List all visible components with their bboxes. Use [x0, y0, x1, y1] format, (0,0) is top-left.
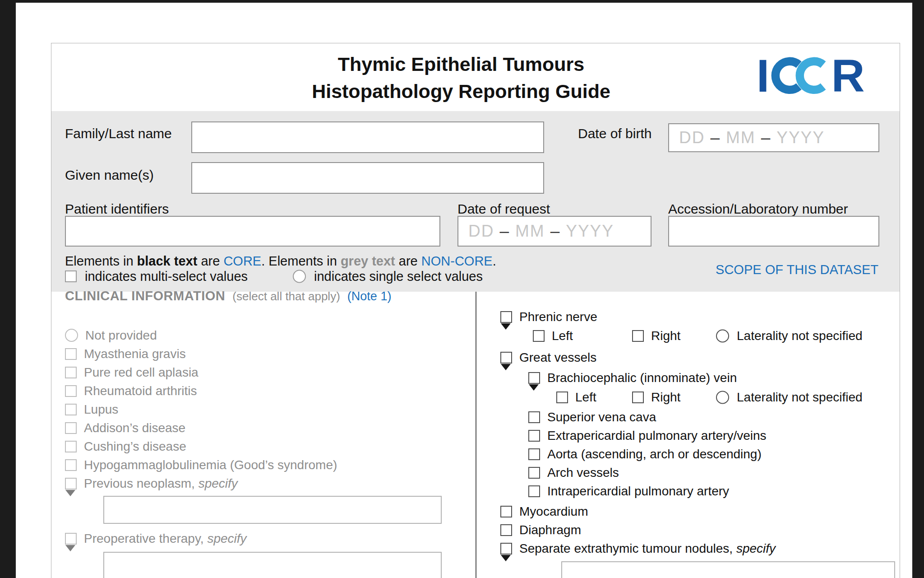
dob-input[interactable]: DD–MM–YYYY: [668, 123, 879, 152]
multi-select-label: indicates multi-select values: [85, 269, 248, 284]
brachiocephalic-laterality-not-specified-radio[interactable]: [716, 391, 729, 404]
phrenic-left-checkbox[interactable]: [533, 330, 545, 342]
clinical-information-section: CLINICAL INFORMATION (select all that ap…: [65, 289, 467, 578]
extrapericardial-pulmonary-checkbox[interactable]: [528, 430, 540, 442]
list-item: Myasthenia gravis: [65, 345, 467, 363]
column-divider: [476, 292, 476, 578]
list-item: Hypogammaglobulinemia (Good’s syndrome): [65, 456, 467, 474]
specify-text: specify: [736, 541, 776, 555]
separate-nodules-checkbox[interactable]: [500, 543, 512, 555]
list-item: Diaphragm: [500, 521, 897, 539]
superior-vena-cava-checkbox[interactable]: [528, 411, 540, 423]
legend-text: . Elements in: [261, 254, 341, 268]
expand-arrow-icon: [501, 555, 511, 561]
list-item: Superior vena cava: [528, 408, 897, 426]
list-item: Cushing’s disease: [65, 437, 467, 456]
given-names-input[interactable]: [191, 162, 544, 194]
date-separator: –: [756, 128, 777, 147]
accession-number-label: Accession/Laboratory number: [668, 201, 848, 217]
left-label: Left: [552, 329, 573, 343]
separate-nodules-specify-input[interactable]: [561, 561, 895, 578]
separate-nodules-label: Separate extrathymic tumour nodules, spe…: [519, 541, 776, 556]
non-core-link[interactable]: NON-CORE: [421, 254, 493, 268]
select-legend: indicates multi-select values indicates …: [65, 268, 606, 284]
expand-arrow-icon: [65, 490, 75, 496]
extrapericardial-pulmonary-label: Extrapericardial pulmonary artery/veins: [547, 429, 767, 443]
arch-vessels-checkbox[interactable]: [528, 467, 540, 479]
preoperative-therapy-label: Preoperative therapy, specify: [84, 531, 247, 546]
core-link[interactable]: CORE: [223, 254, 261, 268]
hypogammaglobulinemia-checkbox[interactable]: [65, 459, 77, 471]
preoperative-therapy-text: Preoperative therapy,: [84, 531, 207, 545]
pure-red-cell-aplasia-checkbox[interactable]: [65, 367, 77, 378]
accession-number-input[interactable]: [668, 216, 879, 247]
given-names-label: Given name(s): [65, 168, 154, 183]
legend-black-text: black text: [137, 254, 198, 268]
aorta-checkbox[interactable]: [528, 448, 540, 460]
not-provided-radio[interactable]: [65, 329, 78, 342]
separate-nodules-text: Separate extrathymic tumour nodules,: [519, 541, 736, 555]
preoperative-therapy-specify-input[interactable]: [103, 552, 442, 578]
rheumatoid-arthritis-checkbox[interactable]: [65, 385, 77, 397]
select-all-note: (select all that apply): [232, 289, 340, 303]
phrenic-nerve-checkbox[interactable]: [500, 311, 512, 323]
list-item: Preoperative therapy, specify: [65, 529, 467, 548]
clinical-information-items: Not provided Myasthenia gravis Pure red …: [65, 326, 467, 578]
patient-identifiers-input[interactable]: [65, 216, 440, 247]
family-name-input[interactable]: [191, 121, 544, 153]
great-vessels-label: Great vessels: [519, 350, 596, 365]
date-separator: –: [494, 222, 515, 241]
brachiocephalic-left-checkbox[interactable]: [556, 392, 568, 403]
diaphragm-checkbox[interactable]: [500, 524, 512, 536]
list-item: Brachiocephalic (innominate) vein: [528, 368, 897, 387]
myasthenia-gravis-checkbox[interactable]: [65, 348, 77, 360]
brachiocephalic-right-checkbox[interactable]: [632, 392, 644, 403]
left-label: Left: [575, 390, 596, 405]
myocardium-checkbox[interactable]: [500, 506, 512, 517]
phrenic-laterality-not-specified-radio[interactable]: [716, 329, 729, 342]
aorta-label: Aorta (ascending, arch or descending): [547, 447, 762, 461]
pure-red-cell-aplasia-label: Pure red cell aplasia: [84, 365, 199, 380]
date-of-request-input[interactable]: DD–MM–YYYY: [457, 216, 651, 247]
reporting-form: Thymic Epithelial Tumours Histopathology…: [51, 43, 900, 578]
brachiocephalic-vein-checkbox[interactable]: [528, 372, 540, 384]
great-vessels-checkbox[interactable]: [500, 352, 512, 364]
patient-identifiers-label: Patient identifiers: [65, 201, 169, 217]
myasthenia-gravis-label: Myasthenia gravis: [84, 347, 186, 361]
rheumatoid-arthritis-label: Rheumatoid arthritis: [84, 384, 197, 398]
svg-text:I: I: [757, 54, 770, 98]
scope-of-dataset-link[interactable]: SCOPE OF THIS DATASET: [716, 262, 878, 277]
intrapericardial-pulmonary-checkbox[interactable]: [528, 485, 540, 497]
clinical-information-heading: CLINICAL INFORMATION (select all that ap…: [65, 289, 467, 303]
list-item: Lupus: [65, 400, 467, 419]
list-item: Extrapericardial pulmonary artery/veins: [528, 426, 897, 445]
request-yyyy-placeholder: YYYY: [566, 222, 614, 241]
multi-select-checkbox-icon: [65, 270, 77, 282]
legend-grey-text: grey text: [341, 254, 395, 268]
superior-vena-cava-label: Superior vena cava: [547, 410, 656, 424]
svg-text:R: R: [831, 54, 864, 98]
single-select-label: indicates single select values: [314, 269, 483, 284]
previous-neoplasm-checkbox[interactable]: [65, 478, 77, 489]
list-item: Myocardium: [500, 502, 897, 521]
patient-details-band: Family/Last name Date of birth DD–MM–YYY…: [51, 111, 900, 292]
previous-neoplasm-text: Previous neoplasm,: [84, 476, 199, 490]
date-of-request-label: Date of request: [457, 201, 550, 217]
note1-link[interactable]: (Note 1): [347, 289, 392, 303]
phrenic-right-checkbox[interactable]: [632, 330, 644, 342]
list-item: Rheumatoid arthritis: [65, 382, 467, 400]
previous-neoplasm-specify-input[interactable]: [103, 496, 442, 524]
iccr-logo: I R: [746, 54, 877, 99]
list-item: Intrapericardial pulmonary artery: [528, 482, 897, 500]
family-name-label: Family/Last name: [65, 126, 172, 141]
addisons-disease-checkbox[interactable]: [65, 422, 77, 434]
cushings-disease-checkbox[interactable]: [65, 441, 77, 452]
date-separator: –: [705, 128, 726, 147]
specify-text: specify: [199, 476, 238, 490]
legend-text: .: [493, 254, 496, 268]
lupus-checkbox[interactable]: [65, 404, 77, 415]
list-item: Aorta (ascending, arch or descending): [528, 445, 897, 463]
myocardium-label: Myocardium: [519, 504, 588, 519]
preoperative-therapy-checkbox[interactable]: [65, 533, 77, 545]
laterality-not-specified-label: Laterality not specified: [737, 329, 863, 343]
